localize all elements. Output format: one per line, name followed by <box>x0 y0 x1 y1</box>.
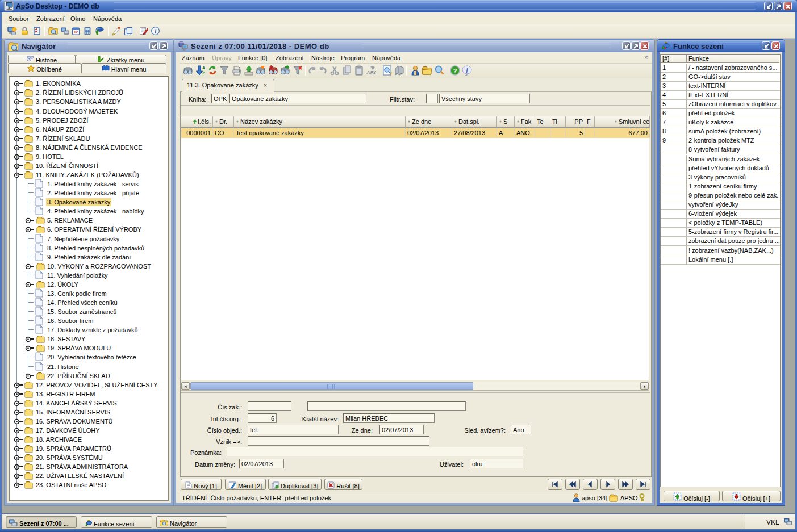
svg-text:i: i <box>155 28 156 34</box>
svg-text:A: A <box>202 66 205 70</box>
svg-text:ABC: ABC <box>366 70 376 76</box>
svg-text:i: i <box>466 68 468 74</box>
svg-text:12: 12 <box>74 30 78 34</box>
svg-text:?: ? <box>453 68 457 74</box>
svg-text:Z: Z <box>202 71 205 75</box>
